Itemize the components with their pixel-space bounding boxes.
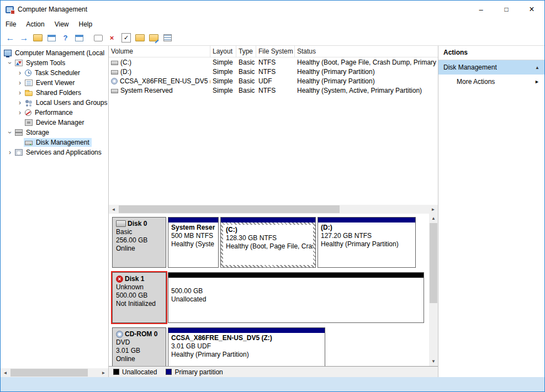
volume-cell-text: NTFS xyxy=(258,59,276,66)
tree-item-event-viewer[interactable]: Event Viewer xyxy=(24,78,77,87)
scroll-down-icon[interactable]: ▼ xyxy=(429,357,438,366)
collapsed-chevron-icon[interactable]: › xyxy=(16,99,24,106)
volume-row-d[interactable]: (D:)SimpleBasicNTFSHealthy (Primary Part… xyxy=(109,67,438,76)
expanded-chevron-icon[interactable]: › xyxy=(7,59,13,67)
tree-scroll-track[interactable] xyxy=(10,368,99,377)
menu-help[interactable]: Help xyxy=(74,19,98,30)
volume-cell: NTFS xyxy=(256,59,295,66)
volume-scroll-track[interactable] xyxy=(118,205,428,214)
tree-item-computer-management-local[interactable]: Computer Management (Local xyxy=(3,49,107,57)
export-list-icon[interactable] xyxy=(73,32,86,44)
disk-label-disk-0[interactable]: Disk 0Basic256.00 GBOnline xyxy=(112,217,166,268)
close-button[interactable]: × xyxy=(519,1,544,18)
help-icon[interactable]: ? xyxy=(59,32,72,44)
tools-icon xyxy=(15,60,23,66)
partition-cd-rom-0-0[interactable]: CCSA_X86FRE_EN-US_DV5 (Z:)3.01 GB UDFHea… xyxy=(168,327,325,366)
tree-row-disk-management[interactable]: Disk Management xyxy=(1,137,108,147)
column-header-layout[interactable]: Layout xyxy=(210,46,236,57)
tree-row-performance[interactable]: ›Performance xyxy=(1,108,108,118)
column-header-file-system[interactable]: File System xyxy=(256,46,295,57)
tree-item-storage[interactable]: Storage xyxy=(14,128,51,137)
mark-active-icon[interactable]: ✓ xyxy=(121,33,131,43)
menu-file[interactable]: File xyxy=(1,19,21,30)
tree-row-task-scheduler[interactable]: ›Task Scheduler xyxy=(1,68,108,78)
scroll-right-icon[interactable]: ► xyxy=(99,368,108,377)
volume-row-system-reserved[interactable]: System ReservedSimpleBasicNTFSHealthy (S… xyxy=(109,86,438,95)
action-disk-management[interactable]: Disk Management ▲ xyxy=(438,60,544,75)
partition-body: CCSA_X86FRE_EN-US_DV5 (Z:)3.01 GB UDFHea… xyxy=(168,333,325,366)
column-header-volume[interactable]: Volume xyxy=(109,46,210,57)
maximize-button[interactable]: □ xyxy=(494,1,519,18)
column-header-status[interactable]: Status xyxy=(295,46,438,57)
primary-partition-bar xyxy=(318,218,415,223)
disk-row-disk-1: Disk 1Unknown500.00 GBNot Initialized500… xyxy=(112,272,426,323)
tree-item-shared-folders[interactable]: Shared Folders xyxy=(24,88,83,97)
scroll-left-icon[interactable]: ◄ xyxy=(1,368,10,377)
tree-item-task-scheduler[interactable]: Task Scheduler xyxy=(24,68,82,77)
back-icon[interactable]: ← xyxy=(4,32,17,44)
collapse-chevron-icon[interactable]: ▲ xyxy=(535,65,539,70)
tree-item-local-users-and-groups[interactable]: Local Users and Groups xyxy=(24,98,108,107)
rescan-disks-icon[interactable] xyxy=(147,32,160,44)
show-console-tree-icon[interactable] xyxy=(45,32,58,44)
action-more-actions[interactable]: More Actions ► xyxy=(438,75,544,89)
tree-row-computer-management-local[interactable]: Computer Management (Local xyxy=(1,48,108,58)
scroll-up-icon[interactable]: ▲ xyxy=(429,214,438,223)
properties-icon[interactable] xyxy=(92,32,104,44)
volume-scroll-thumb[interactable] xyxy=(119,205,340,213)
menu-view[interactable]: View xyxy=(50,19,74,30)
disk-label-cd-rom-0[interactable]: CD-ROM 0DVD3.01 GBOnline xyxy=(112,327,166,366)
tree-row-event-viewer[interactable]: ›Event Viewer xyxy=(1,78,108,88)
disk-icon xyxy=(25,141,33,145)
partition-disk-1-0[interactable]: 500.00 GBUnallocated xyxy=(168,272,424,323)
collapsed-chevron-icon[interactable]: › xyxy=(16,109,24,116)
tree-item-services-and-applications[interactable]: Services and Applications xyxy=(14,148,104,157)
partition-disk-0-2[interactable]: (D:)127.20 GB NTFSHealthy (Primary Parti… xyxy=(318,217,416,268)
scroll-left-icon[interactable]: ◄ xyxy=(109,205,118,214)
scroll-right-icon[interactable]: ► xyxy=(428,205,438,214)
tree-row-storage[interactable]: ›Storage xyxy=(1,128,108,137)
delete-volume-icon[interactable]: × xyxy=(105,32,118,44)
collapsed-chevron-icon[interactable]: › xyxy=(16,80,24,86)
partition-title: (D:) xyxy=(321,224,412,232)
volume-row-c[interactable]: (C:)SimpleBasicNTFSHealthy (Boot, Page F… xyxy=(109,57,438,67)
refresh-icon[interactable] xyxy=(134,32,146,44)
up-level-icon[interactable] xyxy=(31,32,44,44)
tree-row-local-users-and-groups[interactable]: ›Local Users and Groups xyxy=(1,98,108,108)
volume-row-ccsa-x86fre-en-us-dv5-z[interactable]: CCSA_X86FRE_EN-US_DV5 (Z:)SimpleBasicUDF… xyxy=(109,76,438,86)
tree-row-services-and-applications[interactable]: ›Services and Applications xyxy=(1,147,108,157)
column-header-type[interactable]: Type xyxy=(236,46,256,57)
attach-vhd-icon[interactable] xyxy=(161,32,174,44)
minimize-button[interactable]: – xyxy=(468,1,494,18)
collapsed-chevron-icon[interactable]: › xyxy=(16,70,24,76)
tree-row-device-manager[interactable]: Device Manager xyxy=(1,118,108,128)
tree-row-shared-folders[interactable]: ›Shared Folders xyxy=(1,88,108,98)
primary-partition-bar xyxy=(168,328,325,333)
tree-item-device-manager[interactable]: Device Manager xyxy=(24,118,86,127)
forward-icon[interactable]: → xyxy=(18,32,30,44)
menu-action[interactable]: Action xyxy=(21,19,49,30)
disk-label-disk-1[interactable]: Disk 1Unknown500.00 GBNot Initialized xyxy=(112,272,166,323)
partition-disk-0-1[interactable]: (C:)128.30 GB NTFSHealthy (Boot, Page Fi… xyxy=(220,217,316,268)
tree-row-system-tools[interactable]: ›System Tools xyxy=(1,58,108,68)
collapsed-chevron-icon[interactable]: › xyxy=(16,89,24,96)
disk-scroll-thumb[interactable] xyxy=(430,223,437,303)
disk-name-label: Disk 0 xyxy=(128,220,147,227)
tree-item-disk-management[interactable]: Disk Management xyxy=(24,138,92,147)
tree-item-system-tools[interactable]: System Tools xyxy=(14,59,67,67)
primary-partition-bar xyxy=(168,218,218,223)
tree-item-label: Storage xyxy=(26,129,49,136)
collapsed-chevron-icon[interactable]: › xyxy=(6,149,14,156)
partition-title: CCSA_X86FRE_EN-US_DV5 (Z:) xyxy=(171,334,322,342)
tree-horizontal-scrollbar[interactable]: ◄ ► xyxy=(1,368,108,377)
expanded-chevron-icon[interactable]: › xyxy=(7,129,13,136)
disk-vertical-scrollbar[interactable]: ▲ ▼ xyxy=(429,214,438,366)
partition-inner: 500.00 GBUnallocated xyxy=(168,278,424,322)
disk-row-cd-rom-0: CD-ROM 0DVD3.01 GBOnlineCCSA_X86FRE_EN-U… xyxy=(112,327,426,366)
tree-item-performance[interactable]: Performance xyxy=(24,108,75,117)
volume-horizontal-scrollbar[interactable]: ◄ ► xyxy=(109,205,438,214)
disk-scroll-track[interactable] xyxy=(429,223,438,357)
partition-disk-0-0[interactable]: System Reser500 MB NTFSHealthy (Syste xyxy=(168,217,219,268)
tree-scroll-thumb[interactable] xyxy=(10,369,88,377)
volume-cell-text: UDF xyxy=(258,77,272,85)
